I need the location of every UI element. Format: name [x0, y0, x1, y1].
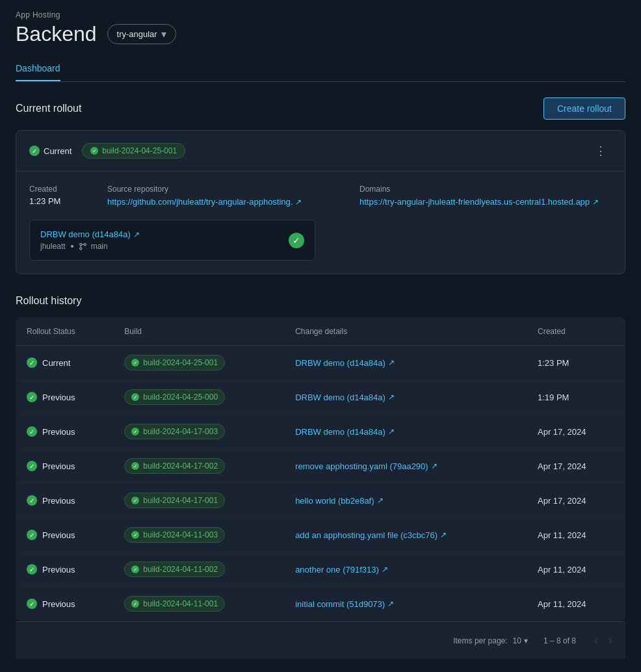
rollout-card-header: ✓ Current ✓ build-2024-04-25-001 ⋮ — [16, 131, 625, 172]
svg-point-0 — [79, 243, 81, 245]
row-change-text: DRBW demo (d14a84a) — [295, 427, 386, 437]
row-external-icon: ↗ — [388, 427, 395, 436]
col-rollout-status: Rollout Status — [16, 318, 114, 346]
commit-external-icon: ↗ — [133, 230, 140, 239]
row-build-icon: ✓ — [131, 565, 139, 573]
row-build-chip[interactable]: ✓ build-2024-04-17-002 — [124, 458, 225, 474]
more-options-button[interactable]: ⋮ — [590, 141, 612, 161]
row-change-link[interactable]: add an apphosting.yaml file (c3cbc76) ↗ — [295, 530, 447, 540]
row-build-chip[interactable]: ✓ build-2024-04-25-000 — [124, 389, 225, 405]
row-external-icon: ↗ — [377, 496, 384, 505]
table-row: ✓ Current ✓ build-2024-04-25-001 DRBW de… — [16, 346, 625, 380]
branch-chip: main — [79, 242, 108, 251]
row-status-label: Previous — [42, 565, 75, 575]
row-build-chip[interactable]: ✓ build-2024-04-11-001 — [124, 596, 225, 612]
rollout-meta: Created 1:23 PM Source repository https:… — [29, 185, 612, 207]
current-status-label: Current — [44, 146, 72, 156]
row-change-link[interactable]: DRBW demo (d14a84a) ↗ — [295, 427, 395, 437]
pagination-row: Items per page: 10 ▾ 1 – 8 of 8 ‹ › — [16, 621, 625, 659]
table-body: ✓ Current ✓ build-2024-04-25-001 DRBW de… — [16, 346, 625, 621]
table-row: ✓ Previous ✓ build-2024-04-17-003 DRBW d… — [16, 415, 625, 449]
row-build-icon: ✓ — [131, 359, 139, 367]
per-page-select[interactable]: 10 ▾ — [513, 636, 528, 645]
rollout-header-left: ✓ Current ✓ build-2024-04-25-001 — [29, 143, 185, 159]
commit-title-link[interactable]: DRBW demo (d14a84a) ↗ — [40, 229, 140, 239]
row-change-text: hello world (bb2e8af) — [295, 496, 374, 506]
row-change-link[interactable]: initial commit (51d9073) ↗ — [295, 599, 394, 609]
row-status-icon: ✓ — [27, 530, 37, 540]
row-external-icon: ↗ — [388, 358, 395, 367]
external-link-icon-2: ↗ — [592, 198, 599, 207]
row-build-chip[interactable]: ✓ build-2024-04-25-001 — [124, 355, 225, 370]
row-build-id: build-2024-04-11-003 — [143, 530, 218, 539]
items-per-page: Items per page: 10 ▾ — [453, 636, 528, 645]
row-build-chip[interactable]: ✓ build-2024-04-17-001 — [124, 493, 225, 508]
row-status-icon: ✓ — [27, 495, 37, 506]
row-status-icon: ✓ — [27, 357, 37, 368]
commit-branch: main — [91, 242, 108, 251]
current-rollout-title: Current rollout — [16, 103, 81, 114]
row-status: ✓ Previous — [27, 392, 103, 402]
commit-title-text: DRBW demo (d14a84a) — [40, 229, 131, 239]
row-status-icon: ✓ — [27, 392, 37, 402]
row-build-chip[interactable]: ✓ build-2024-04-11-003 — [124, 527, 225, 543]
row-status: ✓ Previous — [27, 564, 103, 575]
col-build: Build — [114, 318, 285, 346]
row-build-id: build-2024-04-11-001 — [143, 599, 218, 608]
external-link-icon: ↗ — [295, 198, 302, 207]
commit-author: jhuleatt — [40, 242, 66, 251]
row-build-chip[interactable]: ✓ build-2024-04-17-003 — [124, 424, 225, 439]
col-change-details: Change details — [285, 318, 527, 346]
per-page-chevron: ▾ — [524, 636, 528, 645]
backend-title: Backend — [16, 22, 97, 46]
create-rollout-button[interactable]: Create rollout — [543, 97, 625, 120]
source-repo-link[interactable]: https://github.com/jhuleatt/try-angular-… — [107, 197, 302, 207]
row-status-label: Previous — [42, 496, 75, 506]
table-row: ✓ Previous ✓ build-2024-04-25-000 DRBW d… — [16, 380, 625, 415]
row-change-text: DRBW demo (d14a84a) — [295, 358, 386, 368]
row-change-link[interactable]: DRBW demo (d14a84a) ↗ — [295, 358, 395, 368]
row-created: Apr 11, 2024 — [527, 587, 625, 621]
per-page-value: 10 — [513, 636, 521, 645]
created-value: 1:23 PM — [29, 196, 107, 206]
source-repo-label: Source repository — [107, 185, 360, 194]
row-external-icon: ↗ — [382, 565, 388, 574]
row-status: ✓ Previous — [27, 495, 103, 506]
row-created: Apr 17, 2024 — [527, 415, 625, 449]
row-build-id: build-2024-04-25-001 — [143, 358, 218, 367]
row-created: Apr 17, 2024 — [527, 449, 625, 484]
row-change-text: add an apphosting.yaml file (c3cbc76) — [295, 530, 438, 540]
row-change-link[interactable]: DRBW demo (d14a84a) ↗ — [295, 393, 395, 402]
row-change-link[interactable]: another one (791f313) ↗ — [295, 565, 388, 575]
row-build-icon: ✓ — [131, 428, 139, 435]
pagination-prev-button[interactable]: ‹ — [592, 631, 601, 650]
rollout-card-body: Created 1:23 PM Source repository https:… — [16, 172, 625, 274]
row-status-icon: ✓ — [27, 564, 37, 575]
row-status-icon: ✓ — [27, 426, 37, 437]
commit-info: DRBW demo (d14a84a) ↗ jhuleatt main — [40, 229, 140, 251]
row-change-link[interactable]: hello world (bb2e8af) ↗ — [295, 496, 383, 506]
row-build-icon: ✓ — [131, 393, 139, 401]
row-build-chip[interactable]: ✓ build-2024-04-11-002 — [124, 562, 225, 577]
source-repo-group: Source repository https://github.com/jhu… — [107, 185, 360, 207]
row-build-id: build-2024-04-11-002 — [143, 565, 218, 574]
branch-selector-label: try-angular — [117, 29, 157, 39]
domain-link[interactable]: https://try-angular-jhuleatt-friendlyeat… — [360, 197, 599, 207]
pagination-next-button[interactable]: › — [606, 631, 615, 650]
row-status: ✓ Previous — [27, 426, 103, 437]
row-status: ✓ Previous — [27, 461, 103, 471]
branch-selector[interactable]: try-angular ▾ — [107, 24, 176, 44]
source-repo-url: https://github.com/jhuleatt/try-angular-… — [107, 197, 293, 207]
row-created: Apr 17, 2024 — [527, 484, 625, 518]
build-status-icon: ✓ — [90, 147, 98, 155]
row-change-link[interactable]: remove apphosting.yaml (79aa290) ↗ — [295, 461, 438, 471]
row-status-label: Current — [42, 358, 70, 368]
current-build-chip[interactable]: ✓ build-2024-04-25-001 — [82, 143, 185, 159]
row-build-id: build-2024-04-17-002 — [143, 461, 218, 471]
commit-meta: jhuleatt main — [40, 242, 140, 251]
row-external-icon: ↗ — [388, 393, 395, 402]
row-build-icon: ✓ — [131, 600, 139, 608]
tab-dashboard[interactable]: Dashboard — [16, 57, 60, 81]
dot-separator — [71, 245, 73, 248]
row-build-id: build-2024-04-17-001 — [143, 496, 218, 505]
